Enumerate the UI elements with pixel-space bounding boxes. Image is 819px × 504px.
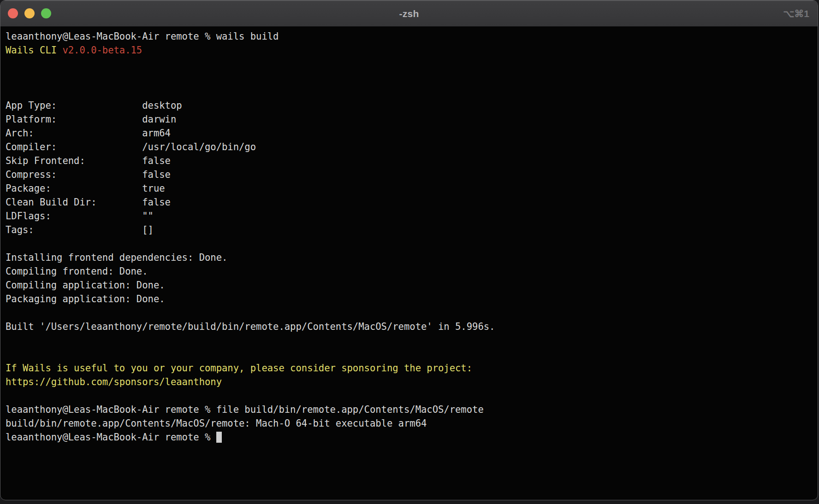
terminal-line: Arch: arm64 [6,126,813,140]
window-title: -zsh [0,0,818,26]
terminal-window: -zsh ⌥⌘1 leaanthony@Leas-MacBook-Air rem… [0,0,818,500]
terminal-line [6,334,813,347]
terminal-line [6,306,813,320]
terminal-line: Compiling frontend: Done. [6,264,813,278]
terminal-line: Package: true [6,182,813,195]
terminal-line [6,57,813,71]
text-cursor [216,432,222,443]
terminal-line: https://github.com/sponsors/leaanthony [6,375,813,389]
terminal-line [6,389,813,403]
titlebar[interactable]: -zsh ⌥⌘1 [0,0,818,27]
keyboard-shortcut-badge: ⌥⌘1 [783,0,809,26]
terminal-line: leaanthony@Leas-MacBook-Air remote % [6,430,813,444]
terminal-line: Wails CLI v2.0.0-beta.15 [6,43,813,57]
terminal-line: If Wails is useful to you or your compan… [6,361,813,375]
terminal-line: Built '/Users/leaanthony/remote/build/bi… [6,320,813,334]
terminal-line: App Type: desktop [6,99,813,112]
terminal-line: Compiler: /usr/local/go/bin/go [6,140,813,154]
terminal-line: Skip Frontend: false [6,154,813,168]
terminal-line: Packaging application: Done. [6,292,813,306]
terminal-line: Compiling application: Done. [6,278,813,292]
terminal-output[interactable]: leaanthony@Leas-MacBook-Air remote % wai… [0,27,818,444]
terminal-line [6,85,813,99]
terminal-line: leaanthony@Leas-MacBook-Air remote % fil… [6,403,813,416]
terminal-line: LDFlags: "" [6,209,813,223]
terminal-line [6,237,813,251]
terminal-line: Tags: [] [6,223,813,237]
terminal-line: Platform: darwin [6,112,813,126]
terminal-line: build/bin/remote.app/Contents/MacOS/remo… [6,416,813,430]
terminal-line [6,347,813,361]
terminal-line: Installing frontend dependencies: Done. [6,251,813,264]
terminal-line: leaanthony@Leas-MacBook-Air remote % wai… [6,29,813,43]
terminal-line: Clean Build Dir: false [6,195,813,209]
terminal-line [6,71,813,85]
terminal-line: Compress: false [6,168,813,182]
